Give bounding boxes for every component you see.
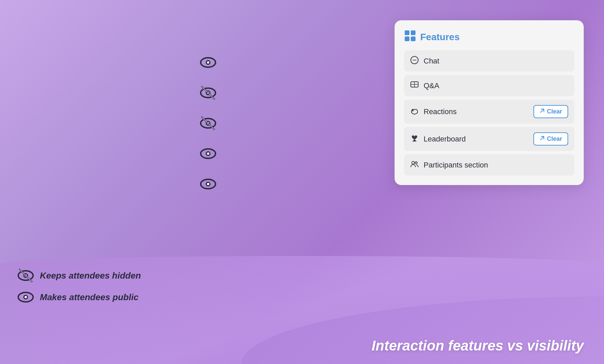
vis-icon-5 xyxy=(196,169,220,199)
vis-icon-3 xyxy=(196,108,220,138)
leaderboard-label: Leaderboard xyxy=(424,135,529,144)
legend-hidden: Keeps attendees hidden xyxy=(17,267,141,284)
svg-rect-25 xyxy=(411,30,416,35)
qna-icon xyxy=(410,80,419,91)
qna-label: Q&A xyxy=(424,81,568,90)
feature-row-participants: Participants section xyxy=(404,154,574,176)
reactions-icon xyxy=(410,106,419,117)
vis-icon-4 xyxy=(196,138,220,169)
svg-rect-36 xyxy=(413,140,416,141)
svg-point-3 xyxy=(208,61,209,62)
legend-hidden-label: Keeps attendees hidden xyxy=(40,270,141,281)
panel-header: Features xyxy=(404,30,574,44)
legend-visible-icon xyxy=(17,288,34,306)
svg-point-19 xyxy=(208,153,209,154)
legend-visible: Makes attendees public xyxy=(17,288,141,306)
participants-icon xyxy=(410,160,419,170)
svg-rect-37 xyxy=(412,141,417,141)
leaderboard-clear-label: Clear xyxy=(547,135,562,142)
panel-title: Features xyxy=(420,32,460,43)
feature-row-qna: Q&A xyxy=(404,75,574,96)
chat-icon xyxy=(410,56,419,66)
legend: Keeps attendees hidden Makes attendees p… xyxy=(17,267,141,310)
chat-label: Chat xyxy=(424,57,568,66)
svg-rect-27 xyxy=(411,36,416,41)
svg-rect-24 xyxy=(405,30,409,35)
legend-hidden-icon xyxy=(17,267,34,284)
reactions-clear-label: Clear xyxy=(547,108,562,115)
leaderboard-clear-button[interactable]: Clear xyxy=(533,132,568,146)
feature-row-leaderboard: Leaderboard Clear xyxy=(404,127,574,151)
feature-row-chat: Chat xyxy=(404,50,574,72)
legend-visible-label: Makes attendees public xyxy=(40,292,139,303)
svg-point-23 xyxy=(208,183,209,184)
svg-point-49 xyxy=(26,296,27,297)
svg-point-29 xyxy=(413,60,414,61)
svg-point-30 xyxy=(414,60,415,61)
feature-row-reactions: Reactions Clear xyxy=(404,100,574,124)
features-icon xyxy=(404,30,416,44)
reactions-clear-button[interactable]: Clear xyxy=(533,105,568,118)
svg-point-39 xyxy=(415,162,417,164)
svg-rect-26 xyxy=(405,36,409,41)
reactions-label: Reactions xyxy=(424,107,529,116)
leaderboard-icon xyxy=(410,134,419,144)
visibility-icons-column xyxy=(196,47,220,199)
svg-rect-35 xyxy=(412,109,413,111)
vis-icon-1 xyxy=(196,47,220,78)
svg-point-31 xyxy=(416,60,417,61)
reactions-clear-icon xyxy=(539,108,545,115)
bottom-title: Interaction features vs visibility xyxy=(372,338,584,354)
features-panel: Features Chat Q&A xyxy=(395,20,584,185)
vis-icon-2 xyxy=(196,78,220,108)
leaderboard-clear-icon xyxy=(539,135,545,142)
participants-label: Participants section xyxy=(424,161,568,170)
svg-point-38 xyxy=(412,161,414,164)
